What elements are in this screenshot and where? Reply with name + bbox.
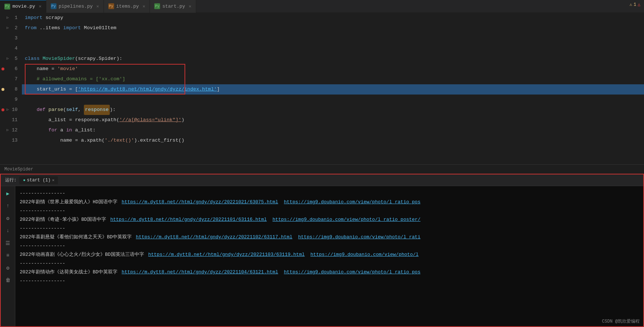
warning-count: ⚠ 1 △ [629, 2, 640, 7]
console-line-10: ---------------- [20, 277, 639, 285]
tab-pipelines-py[interactable]: Py pipelines.py ✕ [46, 0, 104, 13]
movie-link-5a[interactable]: https://m.dytt8.net//html/gndy/dyzz/2022… [136, 233, 292, 242]
line-13: 13 [0, 135, 18, 146]
code-line-6: name = 'movie' [22, 64, 644, 74]
code-line-1: import scrapy [22, 13, 644, 23]
fold-icon-12[interactable]: ▷ [7, 125, 9, 135]
code-line-9 [22, 95, 644, 105]
code-line-2: from ..items import Movie01Item [22, 23, 644, 33]
warning-icon: ⚠ [629, 2, 632, 7]
line-1: ▷ 1 [0, 13, 18, 23]
line-4: 4 [0, 43, 18, 54]
error-icon: △ [638, 2, 640, 7]
console-line-8: ---------------- [20, 259, 639, 268]
code-line-8: start_urls = ['https://m.dytt8.net/html/… [22, 84, 644, 95]
movie-link-7a[interactable]: https://m.dytt8.net//html/gndy/dyzz/2022… [148, 250, 304, 259]
console-line-4: ---------------- [20, 224, 639, 233]
tab-close-items[interactable]: ✕ [143, 4, 145, 9]
breakpoint-6[interactable] [1, 68, 4, 70]
trash-button[interactable]: 🗑 [4, 276, 12, 285]
movie-link-7b[interactable]: https://img9.doubanio.com/view/photo/l [310, 250, 418, 259]
code-line-7: # allowed_domains = ['xx.com'] [22, 74, 644, 84]
movie-link-1b[interactable]: https://img9.doubanio.com/view/photo/l_r… [284, 198, 420, 207]
bottom-panel: 运行: ● start (1) ✕ ▶ ↑ ⚙ ↓ ☰ ≡ ⚙ 🗑 ------… [0, 174, 644, 327]
tab-label-start: start.py [162, 4, 185, 9]
line-3: 3 [0, 33, 18, 43]
console-line-6: ---------------- [20, 242, 639, 250]
list-button[interactable]: ☰ [4, 239, 12, 247]
tab-icon-start: Py [154, 3, 160, 9]
movie-text-9: 2022年剧情动作《达荷美女战士》BD中英双字 [20, 268, 120, 277]
run-tab-label: start (1) [27, 178, 51, 183]
line-gutter: ▷ 1 ▷ 2 3 4 ▷ 5 6 7 8 9 ▷ 10 11 ▷ [0, 13, 22, 164]
tab-close-pipelines[interactable]: ✕ [96, 4, 99, 9]
code-line-13: name = a.xpath('./text()').extract_first… [22, 135, 644, 146]
run-tab-close[interactable]: ✕ [52, 178, 55, 182]
filter-button[interactable]: ⚙ [4, 263, 12, 272]
line-5: ▷ 5 [0, 54, 18, 64]
tab-label-pipelines: pipelines.py [59, 4, 93, 9]
dashes-10: ---------------- [20, 277, 65, 285]
scroll-up-button[interactable]: ↑ [4, 201, 12, 210]
warning-label: 1 [634, 2, 636, 7]
run-tab-dot: ● [23, 178, 26, 182]
tab-bar: Py movie.py ✕ Py pipelines.py ✕ Py items… [0, 0, 644, 13]
line-11: 11 [0, 115, 18, 125]
breadcrumb-text: MovieSpider [4, 167, 33, 172]
movie-link-3b[interactable]: https://img9.doubanio.com/view/photo/l_r… [272, 215, 420, 224]
fold-icon-2[interactable]: ▷ [7, 23, 9, 33]
tab-icon-movie: Py [4, 4, 10, 9]
tab-items-py[interactable]: Py items.py ✕ [104, 0, 150, 13]
code-line-4 [22, 43, 644, 54]
movie-text-7: 2022年动画喜剧《心心之火/烈火少女》BD国英法三语中字 [20, 250, 147, 259]
panel-body: ▶ ↑ ⚙ ↓ ☰ ≡ ⚙ 🗑 ---------------- 2022年剧情… [1, 186, 643, 326]
code-area[interactable]: import scrapy from ..items import Movie0… [22, 13, 644, 164]
movie-text-5: 2022年喜剧悬疑《看他们如何逃之夭夭》BD中英双字 [20, 233, 135, 242]
movie-text-1: 2022年剧情《世界上最爱我的人》HD国语中字 [20, 198, 120, 207]
movie-link-5b[interactable]: https://img9.doubanio.com/view/photo/l_r… [298, 233, 420, 242]
fold-icon-1[interactable]: ▷ [7, 13, 9, 23]
console-line-0: ---------------- [20, 189, 639, 198]
line-9: 9 [0, 95, 18, 105]
console-line-1: 2022年剧情《世界上最爱我的人》HD国语中字 https://m.dytt8.… [20, 198, 639, 207]
run-label: 运行: [5, 177, 16, 183]
run-tab[interactable]: ● start (1) ✕ [19, 176, 58, 184]
fold-icon-10[interactable]: ▷ [7, 105, 9, 115]
movie-link-1a[interactable]: https://m.dytt8.net//html/gndy/dyzz/2022… [122, 198, 278, 207]
fold-icon-5[interactable]: ▷ [7, 54, 9, 64]
dashes-2: ---------------- [20, 207, 65, 215]
code-line-12: for a in a_list: [22, 125, 644, 135]
code-line-10: def parse(self, response): [22, 105, 644, 115]
console-line-9: 2022年剧情动作《达荷美女战士》BD中英双字 https://m.dytt8.… [20, 268, 639, 277]
movie-link-3a[interactable]: https://m.dytt8.net//html/gndy/dyzz/2022… [110, 215, 267, 224]
console-line-2: ---------------- [20, 207, 639, 215]
breakpoint-10[interactable] [1, 108, 4, 111]
panel-header: 运行: ● start (1) ✕ [1, 174, 643, 186]
panel-toolbar: ▶ ↑ ⚙ ↓ ☰ ≡ ⚙ 🗑 [1, 186, 15, 326]
scroll-down-button[interactable]: ↓ [4, 226, 12, 235]
dashes-0: ---------------- [20, 189, 65, 198]
csdn-watermark: CSDN @凯欣爱编程 [602, 318, 640, 324]
movie-link-9b[interactable]: https://img9.doubanio.com/view/photo/l_r… [284, 268, 420, 277]
dashes-6: ---------------- [20, 242, 65, 250]
line-2: ▷ 2 [0, 23, 18, 33]
console-line-7: 2022年动画喜剧《心心之火/烈火少女》BD国英法三语中字 https://m.… [20, 250, 639, 259]
console-output: ---------------- 2022年剧情《世界上最爱我的人》HD国语中字… [15, 186, 643, 326]
tab-close-start[interactable]: ✕ [189, 4, 191, 9]
tab-start-py[interactable]: Py start.py ✕ [150, 0, 196, 13]
settings-button[interactable]: ⚙ [4, 214, 12, 223]
line-12: ▷ 12 [0, 125, 18, 135]
line-10: ▷ 10 [0, 105, 18, 115]
tab-movie-py[interactable]: Py movie.py ✕ [0, 0, 46, 13]
movie-link-9a[interactable]: https://m.dytt8.net//html/gndy/dyzz/2022… [122, 268, 278, 277]
tab-icon-pipelines: Py [51, 3, 57, 9]
code-line-5: class MovieSpider(scrapy.Spider): [22, 54, 644, 64]
movie-text-3: 2022年剧情《奇迹·笨小孩》BD国语中字 [20, 215, 109, 224]
console-line-5: 2022年喜剧悬疑《看他们如何逃之夭夭》BD中英双字 https://m.dyt… [20, 233, 639, 242]
wrap-button[interactable]: ≡ [4, 251, 12, 260]
run-button[interactable]: ▶ [4, 189, 12, 198]
tab-icon-items: Py [108, 3, 114, 9]
tab-close-movie[interactable]: ✕ [39, 4, 41, 9]
tab-label-items: items.py [116, 4, 139, 9]
breadcrumb: MovieSpider [0, 164, 644, 174]
